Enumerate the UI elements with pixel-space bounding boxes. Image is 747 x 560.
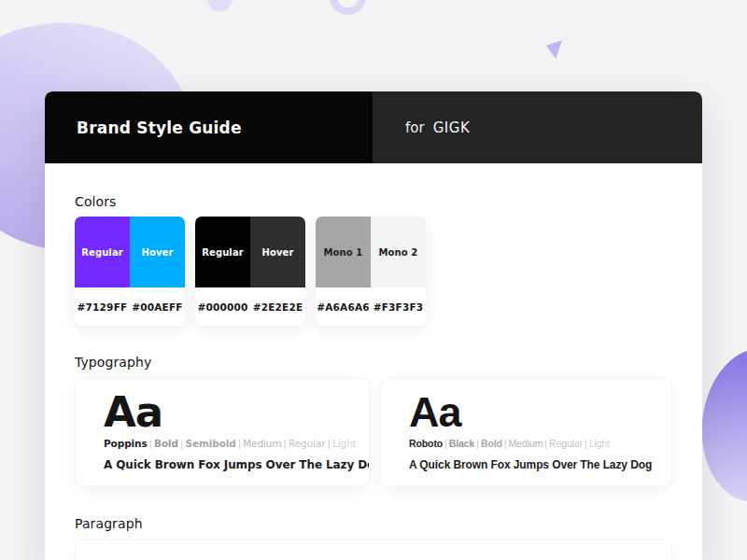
triangle-icon: [545, 40, 564, 60]
typography-cards-row: Aa Poppins|Bold|Semibold|Medium|Regular|…: [75, 378, 672, 486]
separator: |: [543, 438, 549, 449]
hex-value: #000000: [195, 301, 250, 313]
font-weights-row: Roboto|Black|Bold|Medium|Regular|Light: [409, 438, 662, 449]
brand-name: GIGK: [433, 119, 471, 136]
weight-label: Light: [589, 438, 610, 449]
separator: |: [326, 438, 332, 449]
swatch-pair: Mono 1 Mono 2: [316, 217, 426, 287]
hex-row: #7129FF #00AEFF: [75, 287, 185, 326]
color-swatch-mono-1: Mono 1: [316, 217, 371, 287]
separator: |: [502, 438, 509, 449]
type-card-poppins: Aa Poppins|Bold|Semibold|Medium|Regular|…: [75, 378, 370, 486]
hex-row: #000000 #2E2E2E: [195, 287, 305, 326]
blob-right: [695, 343, 747, 507]
color-swatch-regular: Regular: [75, 217, 130, 287]
color-card-primary: Regular Hover #7129FF #00AEFF: [75, 217, 185, 326]
weight-label: Bold: [481, 438, 502, 449]
colors-section-title: Colors: [75, 194, 672, 210]
color-swatch-hover: Hover: [130, 217, 185, 287]
dot-circle-icon: [207, 0, 233, 11]
separator: |: [474, 438, 481, 449]
weight-label: Regular: [289, 438, 326, 449]
separator: |: [443, 438, 449, 449]
hex-value: #2E2E2E: [250, 301, 305, 313]
color-swatch-regular: Regular: [195, 217, 250, 287]
hex-value: #00AEFF: [130, 301, 185, 313]
typography-section-title: Typography: [75, 355, 672, 371]
font-family-name: Roboto: [409, 438, 443, 449]
hex-value: #F3F3F3: [371, 301, 426, 313]
type-specimen: Aa: [104, 388, 359, 437]
weight-label: Semibold: [185, 438, 235, 449]
separator: |: [282, 438, 289, 449]
type-card-roboto: Aa Roboto|Black|Bold|Medium|Regular|Ligh…: [380, 378, 672, 486]
weight-label: Medium: [509, 438, 543, 449]
paragraph-card: [75, 539, 672, 560]
color-cards-row: Regular Hover #7129FF #00AEFF Regular Ho…: [75, 217, 672, 326]
style-guide-card: Brand Style Guide for GIGK Colors Regula…: [45, 91, 702, 560]
pangram-sample: A Quick Brown Fox Jumps Over The Lazy Do…: [409, 458, 662, 471]
weight-label: Bold: [154, 438, 178, 449]
ring-circle-icon: [330, 0, 366, 15]
card-header: Brand Style Guide for GIGK: [45, 91, 702, 163]
font-family-name: Poppins: [104, 438, 148, 449]
swatch-pair: Regular Hover: [195, 217, 305, 287]
weight-label: Medium: [243, 438, 281, 449]
hex-row: #A6A6A6 #F3F3F3: [316, 287, 426, 326]
separator: |: [583, 438, 589, 449]
hex-value: #7129FF: [75, 301, 130, 313]
page-title: Brand Style Guide: [77, 119, 242, 137]
for-label: for: [405, 119, 425, 136]
header-title-section: Brand Style Guide: [45, 91, 373, 163]
color-swatch-hover: Hover: [250, 217, 305, 287]
page-background: Brand Style Guide for GIGK Colors Regula…: [0, 0, 747, 560]
card-body: Colors Regular Hover #7129FF #00AEFF Reg…: [45, 194, 702, 560]
header-brand-section: for GIGK: [373, 91, 702, 163]
paragraph-section-title: Paragraph: [75, 516, 672, 532]
type-specimen: Aa: [409, 388, 662, 437]
color-card-dark: Regular Hover #000000 #2E2E2E: [195, 217, 305, 326]
font-weights-row: Poppins|Bold|Semibold|Medium|Regular|Lig…: [104, 438, 359, 449]
hex-value: #A6A6A6: [316, 301, 371, 313]
weight-label: Regular: [549, 438, 583, 449]
swatch-pair: Regular Hover: [75, 217, 185, 287]
weight-label: Black: [449, 438, 475, 449]
pangram-sample: A Quick Brown Fox Jumps Over The Lazy Do…: [104, 458, 359, 471]
color-swatch-mono-2: Mono 2: [371, 217, 426, 287]
separator: |: [148, 438, 154, 449]
weight-label: Light: [332, 438, 357, 449]
color-card-mono: Mono 1 Mono 2 #A6A6A6 #F3F3F3: [316, 217, 426, 326]
